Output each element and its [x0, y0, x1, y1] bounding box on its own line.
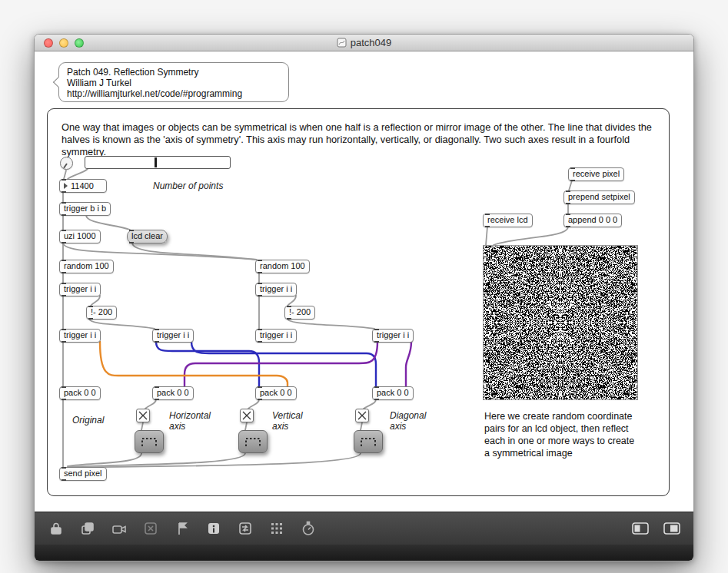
swap-arrows-icon[interactable] — [236, 519, 254, 538]
receive-lcd-object[interactable]: receive lcd — [483, 214, 533, 227]
info-icon[interactable] — [204, 519, 223, 538]
panel-left-icon[interactable] — [631, 519, 650, 538]
patch-cable — [364, 399, 376, 409]
patch-cable — [68, 453, 141, 466]
patch-cable — [288, 319, 374, 329]
patch-cable — [486, 227, 487, 245]
x-toggle-box[interactable] — [136, 409, 150, 422]
horizontal-axis-label: Horizontal axis — [169, 410, 211, 432]
original-label: Original — [72, 415, 104, 426]
patcher-canvas: Patch 049. Reflection Symmetry William J… — [35, 51, 693, 512]
patch-cable — [68, 453, 245, 467]
window-bottom-strip — [35, 545, 693, 561]
points-value: 11400 — [71, 181, 94, 192]
append-object[interactable]: append 0 0 0 — [563, 214, 622, 227]
grid-icon[interactable] — [268, 519, 286, 538]
zoom-button[interactable] — [75, 38, 84, 48]
diagonal-axis-label: Diagonal axis — [390, 410, 426, 432]
patch-cable — [89, 319, 155, 329]
patch-cable — [288, 296, 296, 306]
patch-title-line: Patch 049. Reflection Symmetry — [67, 67, 281, 78]
dial-needle — [63, 163, 68, 168]
patch-cable — [91, 296, 100, 306]
random-object-right[interactable]: random 100 — [255, 260, 310, 273]
vertical-axis-label: Vertical axis — [272, 410, 303, 432]
patch-frame: One way that images or objects can be sy… — [47, 108, 670, 496]
patch-cable — [86, 215, 130, 230]
subpatcher-button[interactable] — [354, 430, 383, 453]
close-box-icon[interactable] — [141, 519, 160, 538]
patch-cable — [63, 243, 257, 260]
trigger-ii-object[interactable]: trigger i i — [59, 329, 101, 343]
trigger-ii-object[interactable]: trigger i i — [152, 329, 194, 343]
patcher-doc-icon — [337, 38, 347, 48]
x-icon — [242, 411, 251, 420]
x-icon — [357, 411, 367, 420]
dashed-route-icon — [357, 434, 380, 449]
patch-cable — [494, 227, 568, 245]
patch-cable — [245, 422, 247, 430]
patch-cable — [68, 453, 361, 468]
patch-cable-orange — [100, 342, 288, 386]
subpatcher-button[interactable] — [238, 430, 268, 453]
trigger-ii-object[interactable]: trigger i i — [255, 283, 297, 296]
patch-url-line: http://williamjturkel.net/code/#programm… — [67, 88, 281, 99]
patch-author-line: William J Turkel — [67, 78, 281, 88]
patch-cable — [141, 422, 143, 430]
receive-pixel-object[interactable]: receive pixel — [568, 167, 624, 181]
patch-cable — [68, 169, 88, 179]
window-title: patch049 — [351, 37, 392, 48]
random-object-left[interactable]: random 100 — [59, 260, 114, 273]
bottom-toolbar — [35, 512, 693, 545]
minus-object-left[interactable]: !- 200 — [86, 306, 117, 320]
dashed-route-icon — [138, 434, 161, 449]
slider-thumb[interactable] — [155, 157, 157, 167]
description-comment: One way that images or objects can be sy… — [61, 121, 660, 158]
traffic-lights — [44, 38, 84, 48]
send-pixel-object[interactable]: send pixel — [59, 467, 107, 481]
x-toggle-box[interactable] — [240, 409, 254, 422]
patch-cable-blue — [191, 342, 376, 386]
dashed-route-icon — [241, 434, 264, 449]
x-icon — [138, 411, 148, 420]
pack-object-horizontal[interactable]: pack 0 0 — [152, 386, 194, 400]
subpatcher-button[interactable] — [135, 430, 164, 453]
prepend-setpixel-object[interactable]: prepend setpixel — [563, 190, 635, 204]
lcd-clear-message[interactable]: lcd clear — [127, 230, 168, 243]
trigger-ii-object[interactable]: trigger i i — [59, 283, 101, 296]
points-number-box[interactable]: 11400 — [59, 179, 107, 193]
points-slider[interactable] — [85, 156, 231, 169]
minimize-button[interactable] — [59, 38, 68, 48]
lock-icon[interactable] — [47, 519, 65, 538]
x-toggle-box[interactable] — [355, 409, 369, 422]
patch-cable — [145, 399, 156, 409]
minus-object-right[interactable]: !- 200 — [284, 306, 315, 320]
pack-object-original[interactable]: pack 0 0 — [59, 386, 101, 400]
trigger-ii-object[interactable]: trigger i i — [255, 329, 297, 343]
trigger-ii-object[interactable]: trigger i i — [372, 329, 414, 343]
layers-icon[interactable] — [78, 519, 97, 538]
lcd-noise-canvas — [484, 246, 637, 399]
explanation-comment: Here we create random coordinate pairs f… — [484, 410, 657, 459]
number-box-triangle-icon — [64, 183, 68, 189]
patch-cable — [64, 171, 66, 179]
patch-cable — [248, 399, 259, 409]
panel-right-icon[interactable] — [663, 519, 681, 538]
close-button[interactable] — [44, 38, 53, 48]
patch-cable-purple — [184, 342, 377, 386]
stopwatch-icon[interactable] — [299, 519, 317, 538]
patch-cable-purple — [406, 342, 411, 386]
bubble-tail — [53, 77, 64, 88]
patch-cable — [361, 422, 362, 430]
patch-info-comment: Patch 049. Reflection Symmetry William J… — [58, 62, 289, 102]
trigger-bib-object[interactable]: trigger b i b — [59, 202, 111, 216]
patcher-window: patch049 Patch 049. Reflection Symmetry … — [34, 34, 694, 561]
pack-object-diagonal[interactable]: pack 0 0 — [372, 386, 414, 400]
projector-icon[interactable] — [110, 519, 128, 538]
pack-object-vertical[interactable]: pack 0 0 — [255, 386, 297, 400]
dial-control[interactable] — [60, 157, 73, 170]
uzi-object[interactable]: uzi 1000 — [59, 230, 101, 243]
lcd-display — [483, 245, 638, 400]
titlebar[interactable]: patch049 — [35, 35, 693, 51]
flag-icon[interactable] — [173, 519, 191, 538]
